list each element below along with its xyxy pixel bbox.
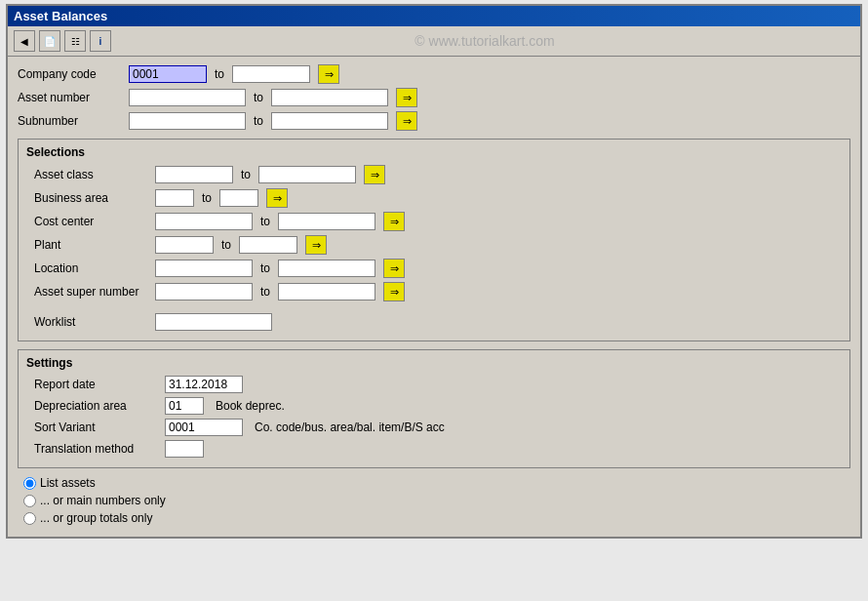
cost-center-to: to: [260, 215, 270, 228]
asset-super-number-label: Asset super number: [34, 285, 151, 299]
worklist-input[interactable]: [155, 313, 272, 331]
forward-icon[interactable]: 📄: [39, 30, 60, 52]
title-bar: Asset Balances: [8, 6, 860, 26]
location-input[interactable]: [155, 260, 253, 277]
subnumber-to-input[interactable]: [271, 112, 388, 130]
radio-main-numbers[interactable]: [23, 495, 36, 507]
location-to-input[interactable]: [278, 260, 375, 277]
business-area-label: Business area: [34, 191, 151, 205]
radio-group-totals-label: ... or group totals only: [40, 511, 152, 525]
company-code-to: to: [215, 67, 224, 81]
location-arrow-btn[interactable]: ⇒: [383, 259, 405, 278]
watermark: © www.tutorialkart.com: [115, 33, 854, 49]
company-code-label: Company code: [18, 67, 125, 81]
asset-number-row: Asset number to ⇒: [18, 88, 850, 107]
radio-list-assets-label: List assets: [40, 476, 96, 490]
location-row: Location to ⇒: [26, 259, 842, 278]
translation-method-row: Translation method: [26, 440, 842, 458]
company-code-input[interactable]: [129, 65, 207, 83]
asset-class-arrow-btn[interactable]: ⇒: [364, 165, 385, 184]
report-date-input[interactable]: [165, 376, 243, 393]
depreciation-area-label: Depreciation area: [34, 399, 161, 413]
sort-variant-label: Sort Variant: [34, 421, 161, 434]
asset-super-number-row: Asset super number to ⇒: [26, 282, 842, 301]
worklist-row: Worklist: [26, 313, 842, 331]
radio-group-totals-row: ... or group totals only: [18, 511, 850, 525]
cost-center-label: Cost center: [34, 215, 151, 228]
sort-variant-row: Sort Variant Co. code/bus. area/bal. ite…: [26, 419, 842, 436]
translation-method-input[interactable]: [165, 440, 204, 458]
asset-super-number-input[interactable]: [155, 283, 253, 300]
report-date-row: Report date: [26, 376, 842, 393]
cost-center-to-input[interactable]: [278, 213, 375, 230]
translation-method-label: Translation method: [34, 442, 161, 456]
plant-label: Plant: [34, 238, 151, 252]
radio-main-numbers-label: ... or main numbers only: [40, 494, 166, 507]
asset-number-arrow-btn[interactable]: ⇒: [396, 88, 417, 107]
asset-class-input[interactable]: [155, 166, 233, 183]
settings-section: Settings Report date Depreciation area B…: [18, 349, 850, 468]
asset-class-row: Asset class to ⇒: [26, 165, 842, 184]
sort-variant-input[interactable]: [165, 419, 243, 436]
business-area-arrow-btn[interactable]: ⇒: [266, 188, 288, 208]
subnumber-label: Subnumber: [18, 114, 125, 128]
back-icon[interactable]: ◀: [14, 30, 35, 52]
business-area-row: Business area to ⇒: [26, 188, 842, 208]
company-code-to-input[interactable]: [232, 65, 310, 83]
depreciation-area-input[interactable]: [165, 397, 204, 415]
radio-main-numbers-row: ... or main numbers only: [18, 494, 850, 507]
business-area-input[interactable]: [155, 189, 194, 207]
main-window: Asset Balances ◀ 📄 ☷ i © www.tutorialkar…: [6, 4, 862, 539]
layout-icon[interactable]: ☷: [64, 30, 86, 52]
cost-center-row: Cost center to ⇒: [26, 212, 842, 231]
asset-class-label: Asset class: [34, 168, 151, 181]
plant-input[interactable]: [155, 236, 214, 254]
company-code-row: Company code to ⇒: [18, 64, 850, 84]
worklist-label: Worklist: [34, 315, 151, 329]
selections-section: Selections Asset class to ⇒ Business are…: [18, 139, 850, 341]
info-icon[interactable]: i: [90, 30, 111, 52]
asset-number-to: to: [254, 91, 263, 104]
report-date-label: Report date: [34, 378, 161, 391]
window-title: Asset Balances: [14, 9, 107, 23]
plant-arrow-btn[interactable]: ⇒: [305, 235, 327, 255]
depreciation-area-row: Depreciation area Book deprec.: [26, 397, 842, 415]
toolbar: ◀ 📄 ☷ i © www.tutorialkart.com: [8, 26, 860, 57]
subnumber-arrow-btn[interactable]: ⇒: [396, 111, 417, 131]
asset-super-number-to-input[interactable]: [278, 283, 375, 300]
main-content: Company code to ⇒ Asset number to ⇒ Subn…: [8, 57, 860, 537]
asset-number-label: Asset number: [18, 91, 125, 104]
subnumber-row: Subnumber to ⇒: [18, 111, 850, 131]
plant-row: Plant to ⇒: [26, 235, 842, 255]
cost-center-arrow-btn[interactable]: ⇒: [383, 212, 405, 231]
radio-list-assets[interactable]: [23, 477, 36, 490]
business-area-to: to: [202, 191, 212, 205]
asset-class-to: to: [241, 168, 251, 181]
subnumber-input[interactable]: [129, 112, 246, 130]
plant-to-input[interactable]: [239, 236, 297, 254]
radio-list-assets-row: List assets: [18, 476, 850, 490]
radio-group-totals[interactable]: [23, 512, 36, 525]
plant-to: to: [221, 238, 231, 252]
asset-class-to-input[interactable]: [258, 166, 356, 183]
cost-center-input[interactable]: [155, 213, 253, 230]
subnumber-to: to: [254, 114, 263, 128]
depreciation-area-desc: Book deprec.: [216, 399, 285, 413]
location-to: to: [260, 261, 270, 275]
asset-number-input[interactable]: [129, 89, 246, 106]
company-code-arrow-btn[interactable]: ⇒: [318, 64, 339, 84]
asset-number-to-input[interactable]: [271, 89, 388, 106]
settings-title: Settings: [26, 356, 842, 370]
selections-title: Selections: [26, 145, 842, 159]
location-label: Location: [34, 261, 151, 275]
asset-super-number-arrow-btn[interactable]: ⇒: [383, 282, 405, 301]
business-area-to-input[interactable]: [219, 189, 258, 207]
asset-super-number-to: to: [260, 285, 270, 299]
sort-variant-desc: Co. code/bus. area/bal. item/B/S acc: [255, 421, 445, 434]
